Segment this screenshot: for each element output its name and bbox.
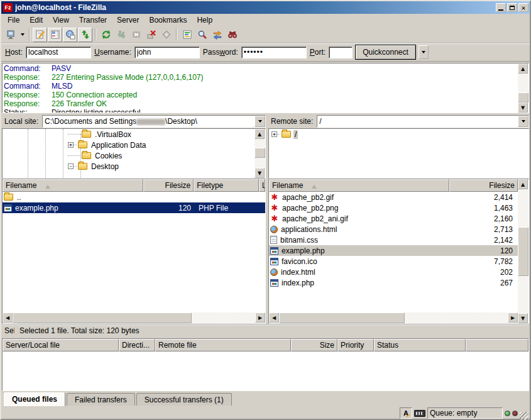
menu-server[interactable]: Server [112, 14, 144, 26]
port-input[interactable] [329, 47, 353, 58]
process-queue-button[interactable] [114, 28, 128, 42]
column-header-filename[interactable]: Filename [3, 179, 143, 192]
list-item[interactable]: favicon.ico 7,782 [269, 256, 518, 267]
local-horizontal-scrollbar[interactable]: ◀ ▶ [3, 312, 265, 323]
site-manager-button[interactable] [3, 28, 18, 42]
list-item[interactable]: ✱apache_pb2.gif 2,414 [269, 192, 518, 202]
scroll-left-icon[interactable]: ◀ [269, 312, 279, 323]
filter-button[interactable] [180, 28, 194, 42]
column-header-filetype[interactable]: Filetype [194, 179, 259, 192]
column-header-server-local-file[interactable]: Server/Local file [3, 339, 119, 351]
list-item-selected[interactable]: example.php 120 [269, 245, 518, 256]
log-scrollbar[interactable]: ▲ ▼ [518, 64, 528, 113]
list-item[interactable]: ✱apache_pb2.png 1,463 [269, 202, 518, 213]
disconnect-button[interactable] [144, 28, 158, 42]
remote-horizontal-scrollbar[interactable]: ◀ ▶ [269, 312, 518, 323]
list-item-example-php[interactable]: example.php 120 PHP File 1 [3, 202, 265, 213]
expand-icon[interactable]: + [271, 131, 277, 137]
menu-bookmarks[interactable]: Bookmarks [144, 14, 192, 26]
quickconnect-dropdown[interactable] [419, 45, 429, 59]
cancel-operation-button[interactable] [129, 28, 143, 42]
scroll-right-icon[interactable]: ▶ [508, 312, 518, 323]
toggle-queue-button[interactable] [78, 28, 92, 42]
tab-failed-transfers[interactable]: Failed transfers [67, 393, 135, 406]
scroll-down-icon[interactable]: ▼ [518, 313, 528, 323]
tree-item-virtualbox[interactable]: .VirtualBox [3, 129, 255, 140]
tree-item-desktop[interactable]: - Desktop [3, 161, 255, 172]
password-input[interactable] [241, 47, 307, 58]
toggle-local-tree-button[interactable] [48, 28, 62, 42]
list-item[interactable]: index.php 267 [269, 277, 518, 288]
host-input[interactable] [26, 47, 91, 58]
remote-vertical-scrollbar[interactable]: ▲ ▼ [518, 179, 528, 323]
scroll-down-icon[interactable]: ▼ [518, 102, 528, 113]
tree-item-application-data[interactable]: + Application Data [3, 140, 255, 150]
menu-view[interactable]: View [48, 14, 74, 26]
expand-icon[interactable]: + [68, 142, 74, 148]
log-label: Command: [4, 64, 52, 73]
scroll-right-icon[interactable]: ▶ [255, 312, 265, 323]
scrollbar-thumb[interactable] [279, 312, 405, 323]
maximize-button[interactable] [507, 3, 517, 12]
scroll-down-icon[interactable]: ▼ [255, 168, 265, 178]
scroll-left-icon[interactable]: ◀ [3, 312, 13, 323]
scrollbar-thumb[interactable] [518, 227, 528, 276]
minimize-button[interactable] [496, 3, 506, 12]
titlebar[interactable]: Fz john@localhost - FileZilla ✕ [1, 1, 530, 14]
list-item[interactable]: index.html 202 [269, 267, 518, 277]
scrollbar-thumb[interactable] [255, 148, 265, 158]
search-button[interactable] [195, 28, 209, 42]
remote-site-combo[interactable]: / [317, 115, 529, 128]
html-file-icon [270, 268, 278, 276]
username-input[interactable] [134, 47, 200, 58]
column-header-direction[interactable]: Directi... [119, 339, 155, 351]
local-site-combo[interactable]: C:\Documents and Settings\Desktop\ [42, 115, 266, 128]
column-header-filler [466, 339, 528, 351]
list-item-parent-dir[interactable]: .. [3, 192, 265, 202]
list-item[interactable]: applications.html 2,713 [269, 224, 518, 235]
local-site-dropdown[interactable] [255, 116, 265, 127]
tree-item-root[interactable]: + / [269, 129, 528, 140]
scrollbar-thumb[interactable] [518, 92, 528, 102]
local-tree-scrollbar[interactable]: ▲ ▼ [255, 129, 265, 178]
compare-directories-button[interactable] [210, 28, 224, 42]
column-header-priority[interactable]: Priority [337, 339, 374, 351]
resize-grip[interactable] [520, 412, 528, 420]
toggle-remote-tree-button[interactable] [63, 28, 77, 42]
log-label: Response: [4, 91, 52, 99]
column-header-filename[interactable]: Filename [269, 179, 449, 192]
scroll-up-icon[interactable]: ▲ [518, 179, 528, 189]
log-text: Directory listing successful [52, 108, 140, 113]
remote-site-dropdown[interactable] [518, 116, 528, 127]
column-header-remote-file[interactable]: Remote file [155, 339, 291, 351]
tree-item-cookies[interactable]: Cookies [3, 150, 255, 161]
column-header-filesize[interactable]: Filesize [143, 179, 194, 192]
column-header-status[interactable]: Status [374, 339, 466, 351]
find-files-button[interactable] [225, 28, 239, 42]
refresh-button[interactable] [99, 28, 113, 42]
close-button[interactable]: ✕ [518, 3, 528, 12]
collapse-icon[interactable]: - [68, 163, 74, 169]
menu-file[interactable]: File [3, 14, 25, 26]
column-header-last-modified[interactable]: L [259, 179, 265, 192]
scrollbar-thumb[interactable] [13, 312, 192, 323]
menu-help[interactable]: Help [192, 14, 217, 26]
site-manager-dropdown[interactable] [18, 28, 26, 42]
menu-edit[interactable]: Edit [25, 14, 48, 26]
quickconnect-button[interactable]: Quickconnect [356, 45, 415, 59]
column-header-filesize[interactable]: Filesize [449, 179, 518, 192]
scroll-up-icon[interactable]: ▲ [518, 64, 528, 74]
tab-queued-files[interactable]: Queued files [4, 392, 65, 406]
column-header-size[interactable]: Size [291, 339, 337, 351]
menu-transfer[interactable]: Transfer [74, 14, 112, 26]
scroll-up-icon[interactable]: ▲ [255, 129, 265, 139]
list-item[interactable]: ✱apache_pb2_ani.gif 2,160 [269, 213, 518, 224]
local-tree: .VirtualBox + Application Data Cookies - [2, 128, 266, 179]
transfer-type-indicator[interactable]: A [400, 407, 412, 419]
queue-status: Queue: empty [427, 407, 503, 419]
tab-successful-transfers[interactable]: Successful transfers (1) [136, 393, 232, 406]
toggle-message-log-button[interactable] [33, 28, 47, 42]
chevron-down-icon [21, 33, 25, 38]
abort-button[interactable] [159, 28, 173, 42]
list-item[interactable]: bitnami.css 2,142 [269, 235, 518, 245]
